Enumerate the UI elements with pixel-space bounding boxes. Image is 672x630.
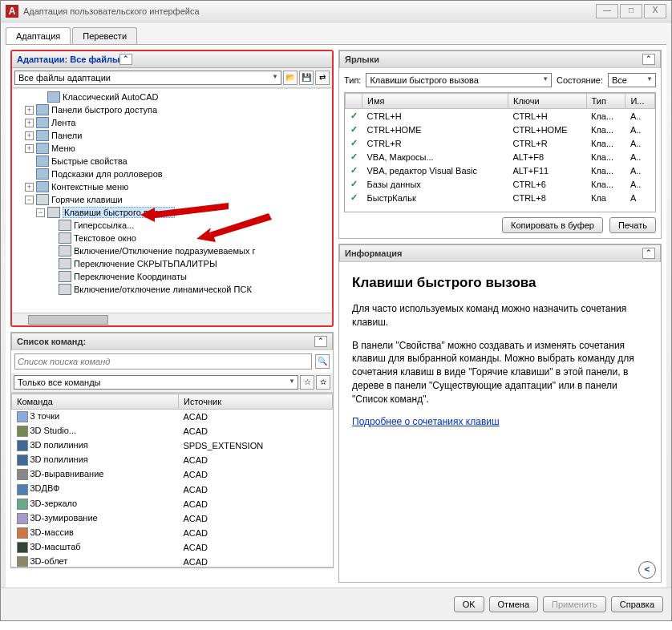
- expander-icon[interactable]: −: [25, 196, 34, 204]
- tree-item[interactable]: −Клавиши быстрого вызова: [14, 206, 330, 219]
- tree-item[interactable]: Включение/отключение линамической ПСК: [14, 283, 330, 296]
- save-icon[interactable]: 💾: [299, 71, 314, 85]
- tree-item[interactable]: +Меню: [14, 142, 330, 155]
- table-row[interactable]: 3DДВФACAD: [12, 482, 333, 496]
- expander-icon[interactable]: [47, 273, 56, 281]
- help-button[interactable]: Справка: [611, 596, 663, 612]
- expander-icon[interactable]: [47, 234, 56, 243]
- expander-icon[interactable]: [47, 285, 56, 294]
- collapse-icon[interactable]: ⌃: [119, 54, 132, 65]
- shortcuts-panel: Ярлыки ⌃ Тип: Клавиши быстрого вызова Со…: [338, 50, 662, 239]
- tree-item[interactable]: +Панели: [14, 129, 330, 142]
- table-row[interactable]: ✓CTRL+HCTRL+HКла...A..: [346, 109, 655, 123]
- tab-adaptation[interactable]: Адаптация: [6, 27, 71, 44]
- table-row[interactable]: 3D полилинияSPDS_EXTENSION: [12, 438, 333, 453]
- tree-item[interactable]: Переключение СКРЫТЬПАЛИТРЫ: [14, 257, 330, 270]
- checkmark-icon: ✓: [346, 164, 362, 177]
- dialog-buttons: OK Отмена Применить Справка: [1, 588, 671, 620]
- tree-item[interactable]: −Горячие клавиши: [14, 193, 330, 206]
- tree-item[interactable]: Текстовое окно: [14, 232, 330, 244]
- table-row[interactable]: 3D полилинияACAD: [12, 453, 333, 467]
- tree-item[interactable]: Переключение Координаты: [14, 270, 330, 283]
- command-source: ACAD: [179, 482, 333, 496]
- tree-item[interactable]: Включение/Отключение подразумеваемых г: [14, 244, 330, 257]
- expander-icon[interactable]: +: [25, 144, 34, 153]
- col-keys[interactable]: Ключи: [508, 94, 586, 109]
- expander-icon[interactable]: [47, 221, 56, 230]
- close-button[interactable]: X: [644, 4, 666, 18]
- tree-item[interactable]: Гиперссылка...: [14, 219, 330, 232]
- col-source[interactable]: Источник: [179, 394, 333, 410]
- adaptation-files-combo[interactable]: Все файлы адаптации: [14, 71, 281, 85]
- apply-button[interactable]: Применить: [543, 596, 606, 612]
- expander-icon[interactable]: [47, 260, 56, 269]
- table-row[interactable]: 3D-массивACAD: [12, 526, 333, 540]
- tree-item[interactable]: +Контекстные меню: [14, 180, 330, 193]
- table-row[interactable]: 3D-зумированиеACAD: [12, 511, 333, 526]
- tree-label: Панели: [51, 131, 82, 140]
- expander-icon[interactable]: +: [25, 131, 34, 140]
- open-icon[interactable]: 📂: [283, 71, 298, 85]
- expand-right-button[interactable]: <: [638, 561, 656, 579]
- table-row[interactable]: ✓CTRL+RCTRL+RКла...A..: [346, 136, 655, 150]
- table-row[interactable]: 3D-зеркалоACAD: [12, 497, 333, 511]
- table-row[interactable]: ✓VBA, редактор Visual BasicALT+F11Кла...…: [346, 164, 655, 177]
- expander-icon[interactable]: [47, 247, 56, 256]
- shortcuts-table[interactable]: Имя Ключи Тип И... ✓CTRL+HCTRL+HКла...A.…: [344, 92, 656, 212]
- table-row[interactable]: ✓БыстрКалькCTRL+8КлаA: [346, 191, 655, 204]
- command-list-panel: Список команд: ⌃ 🔍 Только все команды ☆ …: [10, 332, 334, 568]
- collapse-icon[interactable]: ⌃: [642, 54, 655, 65]
- col-name[interactable]: Имя: [362, 94, 508, 109]
- tree-item[interactable]: Быстрые свойства: [14, 155, 330, 168]
- command-name: 3D-зумирование: [30, 513, 98, 523]
- command-search-input[interactable]: [14, 353, 312, 370]
- star-filter-icon[interactable]: ☆: [300, 375, 314, 390]
- print-button[interactable]: Печать: [609, 217, 656, 233]
- command-filter-combo[interactable]: Только все команды: [14, 375, 298, 390]
- expander-icon[interactable]: −: [36, 208, 45, 217]
- col-type[interactable]: Тип: [586, 94, 625, 109]
- info-link[interactable]: Подробнее о сочетаниях клавиш: [352, 416, 500, 427]
- command-source: ACAD: [179, 497, 333, 511]
- minimize-button[interactable]: —: [596, 4, 618, 18]
- table-row[interactable]: 3 точкиACAD: [12, 410, 333, 425]
- state-combo[interactable]: Все: [608, 73, 656, 87]
- expander-icon[interactable]: +: [25, 119, 34, 127]
- table-row[interactable]: 3D-облетACAD: [12, 555, 333, 567]
- star-add-icon[interactable]: ✫: [316, 375, 330, 390]
- tab-translate[interactable]: Перевести: [72, 27, 137, 44]
- col-command[interactable]: Команда: [12, 394, 179, 410]
- tree-item[interactable]: Классический AutoCAD: [14, 91, 330, 103]
- expander-icon[interactable]: +: [25, 106, 34, 115]
- table-row[interactable]: ✓Базы данныхCTRL+6Кла...A..: [346, 177, 655, 191]
- table-row[interactable]: 3D Studio...ACAD: [12, 424, 333, 438]
- tree-item[interactable]: +Лента: [14, 116, 330, 129]
- tree-item[interactable]: +Панели быстрого доступа: [14, 103, 330, 116]
- ok-button[interactable]: OK: [454, 596, 484, 612]
- col-src[interactable]: И...: [625, 94, 655, 109]
- info-paragraph: В панели "Свойства" можно создавать и из…: [352, 339, 648, 406]
- table-row[interactable]: 3D-масштабACAD: [12, 540, 333, 555]
- command-list-header: Список команд: ⌃: [11, 333, 333, 350]
- tree-item[interactable]: Подсказки для ролловеров: [14, 168, 330, 180]
- command-table[interactable]: Команда Источник 3 точкиACAD3D Studio...…: [11, 393, 333, 567]
- maximize-button[interactable]: □: [620, 4, 642, 18]
- table-row[interactable]: 3D-выравниваниеACAD: [12, 467, 333, 482]
- expander-icon[interactable]: +: [25, 183, 34, 192]
- expander-icon[interactable]: [25, 170, 34, 179]
- search-icon[interactable]: 🔍: [315, 354, 330, 369]
- shortcut-keys: ALT+F11: [508, 164, 586, 177]
- collapse-icon[interactable]: ⌃: [314, 336, 327, 347]
- copy-to-clipboard-button[interactable]: Копировать в буфер: [502, 217, 603, 233]
- type-combo[interactable]: Клавиши быстрого вызова: [366, 73, 552, 87]
- tree-scrollbar[interactable]: [12, 313, 332, 325]
- collapse-icon[interactable]: ⌃: [642, 248, 655, 259]
- table-row[interactable]: ✓CTRL+HOMECTRL+HOMEКла...A..: [346, 123, 655, 136]
- adaptation-tree[interactable]: Классический AutoCAD+Панели быстрого дос…: [12, 88, 332, 313]
- shortcuts-header: Ярлыки ⌃: [339, 50, 661, 68]
- sync-icon[interactable]: ⇄: [315, 71, 330, 85]
- expander-icon[interactable]: [36, 93, 45, 102]
- cancel-button[interactable]: Отмена: [489, 596, 538, 612]
- table-row[interactable]: ✓VBA, Макросы...ALT+F8Кла...A..: [346, 150, 655, 164]
- expander-icon[interactable]: [25, 157, 34, 166]
